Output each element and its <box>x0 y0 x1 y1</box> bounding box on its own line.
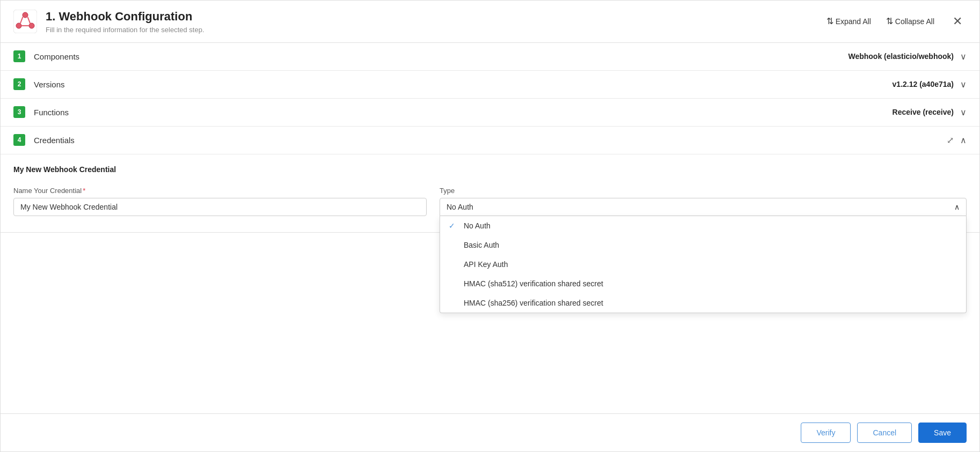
step-value-components: Webhook (elasticio/webhook) <box>848 52 954 61</box>
step-label-versions: Versions <box>34 80 893 89</box>
type-dropdown-menu: ✓ No Auth ✓ Basic Auth ✓ API Key Auth <box>440 216 967 313</box>
step-row-versions[interactable]: 2 Versions v1.2.12 (a40e71a) ∨ <box>1 71 979 99</box>
dropdown-item-hmac-sha256[interactable]: ✓ HMAC (sha256) verification shared secr… <box>440 293 966 313</box>
credential-name-input[interactable] <box>13 198 427 216</box>
step-number-2: 2 <box>13 78 25 90</box>
collapse-icon: ⇅ <box>886 16 893 26</box>
modal-container: 1. Webhook Configuration Fill in the req… <box>0 0 980 452</box>
header-title-block: 1. Webhook Configuration Fill in the req… <box>46 9 821 34</box>
dropdown-item-api-key-auth[interactable]: ✓ API Key Auth <box>440 255 966 274</box>
dropdown-item-hmac-sha512[interactable]: ✓ HMAC (sha512) verification shared secr… <box>440 274 966 293</box>
header-actions: ⇅ Expand All ⇅ Collapse All ✕ <box>821 12 967 31</box>
modal-footer: Verify Cancel Save <box>1 413 979 451</box>
form-row: Name Your Credential* Type No Auth ∧ <box>13 187 967 216</box>
step-row-functions[interactable]: 3 Functions Receive (receive) ∨ <box>1 99 979 127</box>
verify-button[interactable]: Verify <box>801 423 851 443</box>
svg-point-1 <box>23 12 28 18</box>
expand-all-label: Expand All <box>836 17 871 26</box>
collapse-all-label: Collapse All <box>895 17 934 26</box>
chevron-down-icon-1: ∨ <box>960 51 967 62</box>
dropdown-item-label-api-key-auth: API Key Auth <box>464 260 508 269</box>
step-label-credentials: Credentials <box>34 136 947 145</box>
page-title: 1. Webhook Configuration <box>46 9 821 25</box>
dropdown-item-label-basic-auth: Basic Auth <box>464 241 499 249</box>
steps-container: 1 Components Webhook (elasticio/webhook)… <box>1 43 979 233</box>
close-button[interactable]: ✕ <box>948 12 967 31</box>
name-label: Name Your Credential* <box>13 187 427 195</box>
step-value-versions: v1.2.12 (a40e71a) <box>893 80 954 88</box>
chevron-down-icon-2: ∨ <box>960 79 967 90</box>
step-number-1: 1 <box>13 50 25 62</box>
name-form-group: Name Your Credential* <box>13 187 427 216</box>
app-logo <box>13 10 37 33</box>
dropdown-item-label-hmac-sha256: HMAC (sha256) verification shared secret <box>464 299 603 307</box>
expand-all-button[interactable]: ⇅ Expand All <box>821 13 876 29</box>
type-select-container: No Auth ∧ ✓ No Auth ✓ Basic Aut <box>440 198 967 216</box>
page-subtitle: Fill in the required information for the… <box>46 26 821 34</box>
type-select-display[interactable]: No Auth ∧ <box>440 198 967 216</box>
credentials-content: My New Webhook Credential Name Your Cred… <box>1 154 979 232</box>
step-label-functions: Functions <box>34 108 893 117</box>
dropdown-item-no-auth[interactable]: ✓ No Auth <box>440 216 966 235</box>
required-indicator: * <box>83 187 85 195</box>
dropdown-item-basic-auth[interactable]: ✓ Basic Auth <box>440 235 966 255</box>
step-value-functions: Receive (receive) <box>893 108 954 116</box>
step-row-credentials[interactable]: 4 Credentials ⤢ ∧ <box>1 127 979 154</box>
step-number-3: 3 <box>13 106 25 118</box>
cancel-button[interactable]: Cancel <box>857 423 912 443</box>
updown-icon: ⇅ <box>827 16 833 26</box>
chevron-up-icon-type: ∧ <box>954 203 960 211</box>
expand-icon: ⤢ <box>947 135 954 145</box>
credential-section-title: My New Webhook Credential <box>13 165 967 174</box>
check-icon-no-auth: ✓ <box>449 221 459 230</box>
type-form-group: Type No Auth ∧ ✓ No Auth <box>440 187 967 216</box>
step-number-4: 4 <box>13 134 25 146</box>
step-label-components: Components <box>34 52 848 61</box>
collapse-all-button[interactable]: ⇅ Collapse All <box>881 13 940 29</box>
type-selected-value: No Auth <box>447 203 473 211</box>
step-row-components[interactable]: 1 Components Webhook (elasticio/webhook)… <box>1 43 979 71</box>
modal-header: 1. Webhook Configuration Fill in the req… <box>1 1 979 43</box>
save-button[interactable]: Save <box>918 423 967 443</box>
type-label: Type <box>440 187 967 195</box>
dropdown-item-label-no-auth: No Auth <box>464 221 491 230</box>
credentials-section: 4 Credentials ⤢ ∧ My New Webhook Credent… <box>1 127 979 233</box>
chevron-down-icon-3: ∨ <box>960 107 967 117</box>
chevron-up-icon-4: ∧ <box>960 135 967 145</box>
dropdown-item-label-hmac-sha512: HMAC (sha512) verification shared secret <box>464 279 603 288</box>
